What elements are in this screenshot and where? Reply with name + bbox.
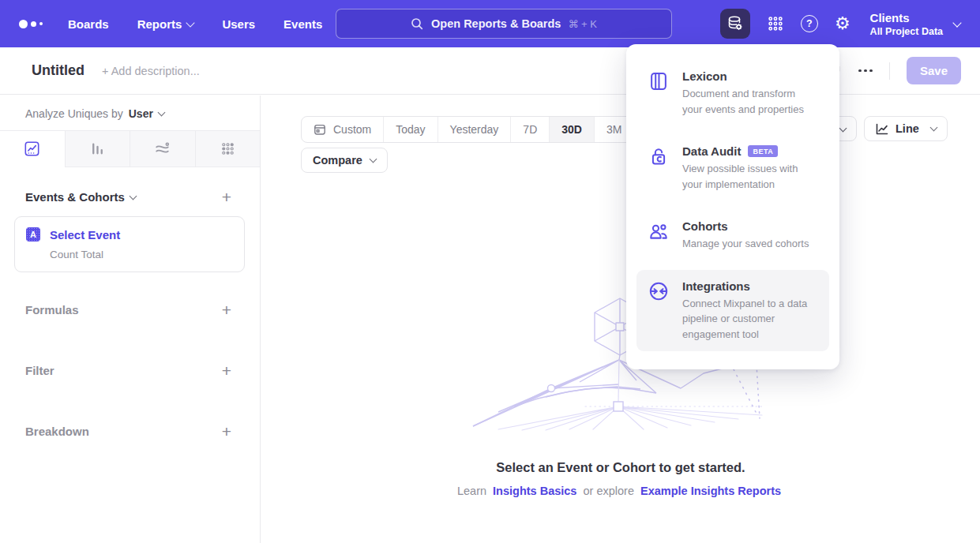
menu-item-cohorts[interactable]: Cohorts Manage your saved cohorts: [636, 210, 829, 261]
range-custom[interactable]: Custom: [302, 117, 383, 142]
cohorts-description: Manage your saved cohorts: [682, 236, 809, 252]
primary-nav: Boards Reports Users Events: [68, 17, 322, 31]
analyze-prefix: Analyze Uniques by: [25, 107, 123, 120]
add-formula-button[interactable]: +: [222, 301, 231, 318]
settings-button[interactable]: ⚙: [835, 15, 850, 32]
add-breakdown-button[interactable]: +: [222, 423, 231, 440]
logo-dot: [39, 22, 43, 25]
events-section-toggle[interactable]: Events & Cohorts: [25, 190, 136, 204]
flow-chart-icon: [154, 140, 171, 157]
add-description[interactable]: + Add description...: [102, 65, 200, 77]
range-30d[interactable]: 30D: [549, 117, 594, 142]
divider: [889, 62, 890, 80]
navbar-actions: ? ⚙ Clients All Project Data: [720, 9, 980, 39]
chevron-down-icon: [839, 124, 847, 132]
tab-line-chart[interactable]: [0, 131, 65, 167]
formulas-row: Formulas +: [0, 301, 260, 318]
more-options-button[interactable]: [858, 66, 873, 76]
report-canvas: Custom Today Yesterday 7D 30D 3M 6M Comp…: [261, 95, 980, 543]
range-custom-label: Custom: [333, 123, 371, 136]
search-shortcut: ⌘ + K: [568, 18, 597, 30]
chart-style-label: Line: [896, 122, 919, 135]
nav-reports-label: Reports: [137, 17, 182, 31]
tab-flow-chart[interactable]: [130, 131, 195, 167]
nav-users[interactable]: Users: [222, 17, 255, 31]
chevron-down-icon: [157, 109, 165, 117]
data-audit-title: Data Audit: [682, 144, 741, 158]
filter-label: Filter: [25, 364, 54, 377]
apps-grid-icon: [767, 15, 784, 32]
lexicon-title: Lexicon: [682, 69, 817, 83]
compare-button[interactable]: Compare: [301, 148, 388, 173]
chevron-down-icon: [186, 18, 195, 27]
save-button[interactable]: Save: [907, 57, 961, 84]
question-mark-icon: ?: [801, 15, 818, 32]
logo-dot: [19, 20, 28, 28]
example-reports-link[interactable]: Example Insights Reports: [640, 485, 781, 497]
search-icon: [411, 17, 424, 31]
search-placeholder: Open Reports & Boards: [431, 17, 561, 30]
filter-row: Filter +: [0, 362, 260, 379]
project-switcher[interactable]: Clients All Project Data: [870, 11, 960, 37]
dot: [864, 69, 867, 73]
top-navbar: Boards Reports Users Events Open Reports…: [0, 0, 980, 47]
empty-state-links: Learn Insights Basics or explore Example…: [261, 485, 980, 497]
integrations-description: Connect Mixpanel to a data pipeline or c…: [682, 296, 817, 343]
breakdown-row: Breakdown +: [0, 423, 260, 440]
tab-metric-grid[interactable]: [195, 131, 261, 167]
data-audit-icon: [648, 144, 670, 192]
select-event-label[interactable]: Select Event: [50, 228, 120, 242]
database-gear-icon: [726, 14, 745, 33]
chart-style-dropdown[interactable]: Line: [864, 116, 948, 141]
or-explore-text: or explore: [583, 485, 633, 497]
empty-state-title: Select an Event or Cohort to get started…: [261, 460, 980, 475]
global-search[interactable]: Open Reports & Boards ⌘ + K: [336, 9, 672, 39]
menu-item-integrations[interactable]: Integrations Connect Mixpanel to a data …: [636, 270, 829, 352]
calendar-icon: [314, 123, 326, 136]
insights-basics-link[interactable]: Insights Basics: [493, 485, 576, 497]
menu-item-lexicon[interactable]: Lexicon Document and transform your even…: [636, 60, 829, 126]
menu-item-data-audit[interactable]: Data Audit BETA View possible issues wit…: [636, 135, 829, 201]
chevron-down-icon: [129, 192, 137, 200]
project-name: Clients: [870, 11, 943, 24]
apps-grid-button[interactable]: [767, 15, 784, 32]
project-subtitle: All Project Data: [870, 26, 943, 37]
dot: [858, 69, 862, 73]
cohorts-title: Cohorts: [682, 219, 809, 233]
tab-bar-chart[interactable]: [65, 131, 130, 167]
nav-boards[interactable]: Boards: [68, 17, 109, 31]
series-badge: A: [26, 227, 40, 242]
events-section-header: Events & Cohorts +: [0, 189, 260, 205]
chart-type-tabs: [0, 130, 260, 167]
add-event-button[interactable]: +: [222, 189, 231, 205]
events-section-label: Events & Cohorts: [25, 190, 125, 204]
chevron-down-icon: [952, 18, 961, 27]
line-style-icon: [875, 122, 889, 136]
cohorts-icon: [648, 219, 670, 252]
analyze-row: Analyze Uniques by User: [0, 95, 260, 120]
page-title[interactable]: Untitled: [32, 62, 84, 79]
chevron-down-icon: [929, 124, 937, 132]
integrations-icon: [648, 279, 670, 343]
data-management-menu: Lexicon Document and transform your even…: [626, 44, 839, 369]
mixpanel-logo[interactable]: [19, 20, 54, 28]
date-range-control: Custom Today Yesterday 7D 30D 3M 6M: [301, 116, 674, 143]
analyze-unit-dropdown[interactable]: User: [129, 107, 164, 120]
range-yesterday[interactable]: Yesterday: [437, 117, 511, 142]
gear-icon: ⚙: [835, 15, 850, 32]
analyze-unit-value: User: [129, 107, 153, 120]
nav-reports[interactable]: Reports: [137, 17, 194, 31]
count-total-dropdown[interactable]: Count Total: [50, 249, 233, 260]
integrations-title: Integrations: [682, 279, 817, 293]
help-button[interactable]: ?: [801, 15, 818, 32]
nav-events[interactable]: Events: [283, 17, 322, 31]
learn-prefix: Learn: [457, 485, 486, 497]
range-7d[interactable]: 7D: [510, 117, 549, 142]
data-management-button[interactable]: [720, 9, 750, 39]
breakdown-label: Breakdown: [25, 425, 89, 438]
range-today[interactable]: Today: [383, 117, 437, 142]
event-card[interactable]: A Select Event Count Total: [14, 216, 245, 272]
add-filter-button[interactable]: +: [222, 362, 231, 379]
lexicon-description: Document and transform your events and p…: [682, 86, 817, 117]
bar-chart-icon: [89, 140, 106, 157]
